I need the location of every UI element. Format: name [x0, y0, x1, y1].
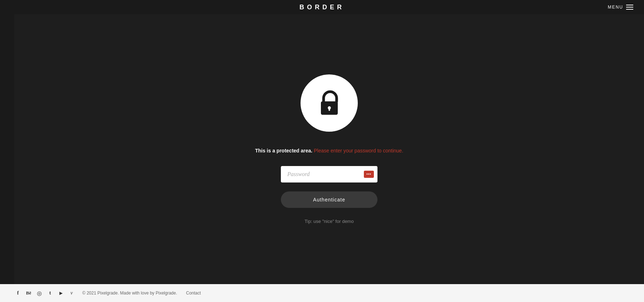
menu-label: MENU [608, 5, 623, 10]
hamburger-icon [626, 5, 633, 10]
description-bold: This is a protected area. [255, 148, 312, 154]
svg-rect-2 [328, 108, 330, 111]
behance-icon[interactable]: Bē [25, 289, 32, 297]
authenticate-button[interactable]: Authenticate [281, 191, 377, 208]
password-container: ••• [281, 166, 377, 182]
facebook-icon[interactable]: f [14, 289, 21, 297]
youtube-icon[interactable]: ▶ [57, 289, 64, 297]
lock-icon [316, 90, 343, 117]
password-toggle-button[interactable]: ••• [364, 171, 374, 178]
password-dots-icon: ••• [366, 172, 371, 176]
description-colored: Please enter your password to continue. [314, 148, 403, 154]
main-content: This is a protected area. Please enter y… [14, 14, 644, 284]
twitter-icon[interactable]: t [47, 289, 54, 297]
footer: f Bē ◎ t ▶ v © 2021 Pixelgrade. Made wit… [0, 284, 644, 302]
footer-contact-link[interactable]: Contact [186, 291, 201, 296]
footer-social-icons: f Bē ◎ t ▶ v [14, 289, 75, 297]
dribbble-icon[interactable]: ◎ [36, 289, 43, 297]
top-navigation: BORDER MENU [0, 0, 644, 14]
tip-text: Tip: use "nice" for demo [304, 219, 353, 224]
description: This is a protected area. Please enter y… [255, 146, 403, 155]
lock-circle [301, 74, 358, 132]
vimeo-icon[interactable]: v [68, 289, 75, 297]
password-input[interactable] [281, 166, 377, 182]
footer-copyright: © 2021 Pixelgrade. Made with love by Pix… [82, 291, 177, 296]
menu-button[interactable]: MENU [608, 5, 633, 10]
site-title: BORDER [299, 4, 345, 11]
